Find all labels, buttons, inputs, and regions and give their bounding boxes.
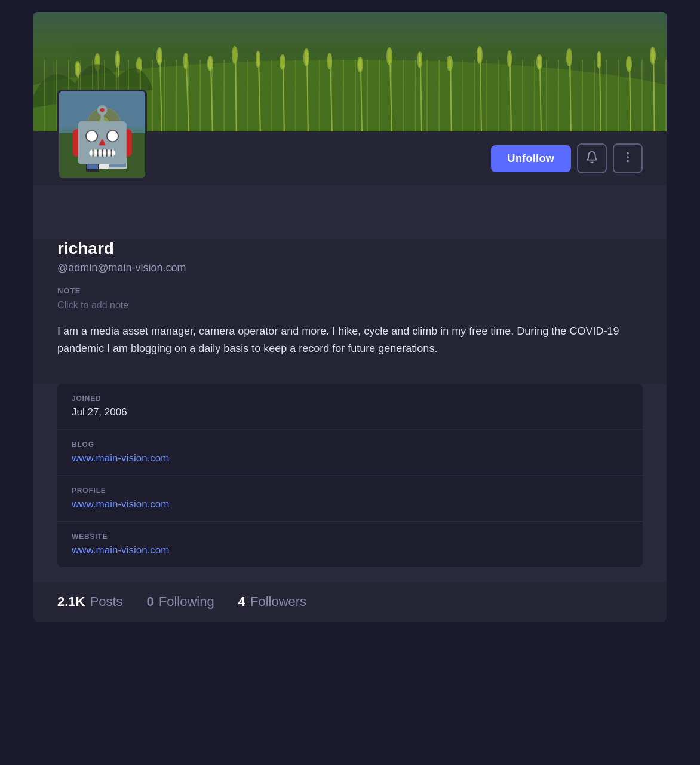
svg-line-47 <box>653 59 655 131</box>
followers-label: Followers <box>250 594 306 610</box>
info-cards: JOINED Jul 27, 2006 BLOG www.main-vision… <box>57 384 643 567</box>
profile-label: PROFILE <box>72 486 628 495</box>
svg-point-26 <box>328 53 331 69</box>
svg-line-25 <box>330 65 332 131</box>
svg-point-48 <box>650 47 655 64</box>
svg-rect-69 <box>109 158 126 167</box>
joined-info: JOINED Jul 27, 2006 <box>57 384 643 430</box>
posts-stat[interactable]: 2.1K Posts <box>57 594 123 610</box>
avatar-image: ⊕ <box>59 91 145 178</box>
blog-info: BLOG www.main-vision.com <box>57 430 643 476</box>
more-options-button[interactable] <box>613 143 643 173</box>
stats-bar: 2.1K Posts 0 Following 4 Followers <box>33 582 667 622</box>
posts-count: 2.1K <box>57 594 85 610</box>
svg-line-39 <box>540 66 541 131</box>
joined-value: Jul 27, 2006 <box>72 406 628 418</box>
svg-point-61 <box>95 126 100 130</box>
svg-point-34 <box>447 56 452 71</box>
website-link[interactable]: www.main-vision.com <box>72 544 169 556</box>
blog-label: BLOG <box>72 440 628 449</box>
svg-line-23 <box>307 61 308 131</box>
svg-line-31 <box>420 63 422 131</box>
svg-rect-67 <box>87 152 98 169</box>
svg-point-10 <box>137 58 142 72</box>
svg-point-8 <box>116 51 119 67</box>
svg-line-21 <box>283 66 284 131</box>
blog-link[interactable]: www.main-vision.com <box>72 452 169 464</box>
svg-point-53 <box>87 108 121 141</box>
svg-point-12 <box>157 48 162 65</box>
svg-line-37 <box>510 62 511 131</box>
svg-point-44 <box>597 52 601 68</box>
svg-point-70 <box>627 152 629 154</box>
svg-point-60 <box>107 123 115 131</box>
svg-point-18 <box>232 47 237 63</box>
joined-label: JOINED <box>72 394 628 403</box>
posts-label: Posts <box>90 594 122 610</box>
svg-line-19 <box>259 63 260 131</box>
svg-point-14 <box>184 53 188 69</box>
svg-line-45 <box>630 68 631 131</box>
svg-point-6 <box>95 54 100 71</box>
svg-point-24 <box>304 49 309 66</box>
svg-point-40 <box>537 55 542 69</box>
svg-point-42 <box>567 49 572 66</box>
followers-count: 4 <box>238 594 245 610</box>
note-label: NOTE <box>57 286 643 295</box>
svg-point-20 <box>256 51 260 67</box>
profile-handle: @admin@main-vision.com <box>57 262 643 274</box>
profile-info: richard @admin@main-vision.com NOTE Clic… <box>33 239 667 384</box>
bio-text: I am a media asset manager, camera opera… <box>57 323 643 357</box>
bell-icon <box>585 151 598 167</box>
svg-line-13 <box>186 65 189 131</box>
svg-line-17 <box>235 59 237 131</box>
svg-text:⊕: ⊕ <box>101 119 107 127</box>
more-vertical-icon <box>621 151 634 167</box>
svg-point-30 <box>387 48 392 65</box>
svg-point-55 <box>98 117 110 128</box>
followers-stat[interactable]: 4 Followers <box>238 594 306 610</box>
svg-line-43 <box>600 63 601 131</box>
svg-rect-49 <box>59 91 145 178</box>
profile-name: richard <box>57 239 643 258</box>
svg-point-16 <box>208 56 213 71</box>
svg-line-35 <box>480 59 481 131</box>
svg-point-38 <box>508 51 511 66</box>
notification-button[interactable] <box>577 143 607 173</box>
profile-header: ⊕ <box>33 131 667 185</box>
website-info: WEBSITE www.main-vision.com <box>57 522 643 567</box>
avatar: ⊕ <box>57 90 147 179</box>
note-placeholder[interactable]: Click to add note <box>57 300 643 311</box>
svg-line-29 <box>390 60 392 131</box>
svg-line-27 <box>361 68 362 131</box>
svg-line-33 <box>450 67 452 131</box>
svg-point-32 <box>418 52 422 68</box>
profile-info-card: PROFILE www.main-vision.com <box>57 476 643 522</box>
svg-rect-64 <box>105 123 118 132</box>
svg-point-54 <box>87 108 121 141</box>
svg-point-36 <box>477 47 482 63</box>
profile-card: ⊕ <box>33 12 667 622</box>
note-section: NOTE Click to add note <box>57 286 643 311</box>
following-label: Following <box>159 594 214 610</box>
svg-rect-50 <box>59 127 145 178</box>
unfollow-button[interactable]: Unfollow <box>491 145 571 172</box>
profile-link[interactable]: www.main-vision.com <box>72 498 169 510</box>
svg-point-4 <box>75 62 80 76</box>
svg-point-62 <box>109 126 114 130</box>
following-stat[interactable]: 0 Following <box>147 594 214 610</box>
svg-point-52 <box>83 127 125 169</box>
svg-point-28 <box>358 57 363 72</box>
svg-line-41 <box>570 61 571 131</box>
svg-line-15 <box>211 67 213 131</box>
svg-point-72 <box>627 160 629 162</box>
avatar-wrapper: ⊕ <box>57 90 147 179</box>
svg-point-59 <box>93 123 101 131</box>
svg-point-58 <box>105 121 117 133</box>
svg-point-22 <box>280 55 285 69</box>
svg-rect-51 <box>59 91 145 133</box>
svg-rect-63 <box>90 123 103 132</box>
svg-point-71 <box>627 156 629 158</box>
svg-point-57 <box>91 121 103 133</box>
website-label: WEBSITE <box>72 533 628 541</box>
